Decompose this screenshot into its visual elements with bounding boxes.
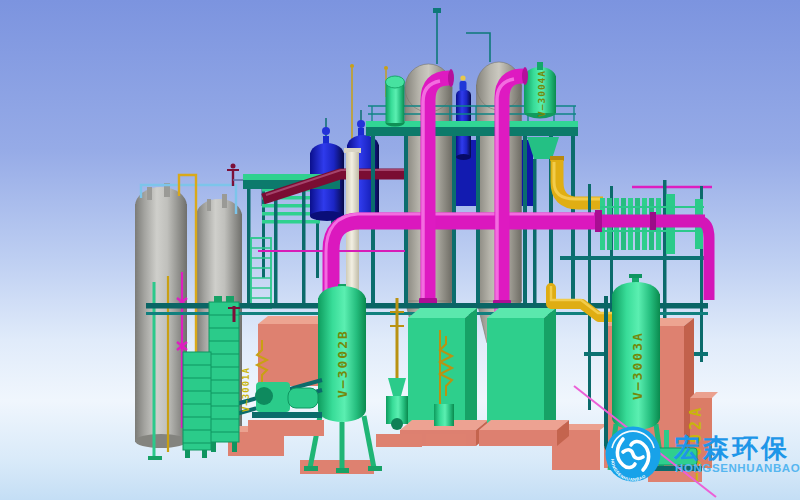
company-name-cn: 宏森环保 [673, 433, 790, 463]
label-v3003a: V—3003A [630, 331, 645, 400]
cad-3d-plant-render: V—3004A [0, 0, 800, 500]
company-name-en: HONGSENHUANBAO [675, 462, 800, 474]
plant-scene: V—3004A [0, 0, 800, 500]
label-v3004a: V—3004A [536, 70, 547, 117]
watermark-logo: HONGSENHUANBAO 宏森环保 HONGSENHUANBAO [606, 427, 800, 483]
label-v3002b: V—3002B [335, 329, 350, 398]
mint-cylinder-small [386, 76, 405, 127]
human-figure-icon [460, 75, 467, 91]
green-box-2 [479, 308, 569, 446]
tank-1-body [135, 204, 187, 442]
label-v3001a: V—3001A [241, 367, 251, 412]
